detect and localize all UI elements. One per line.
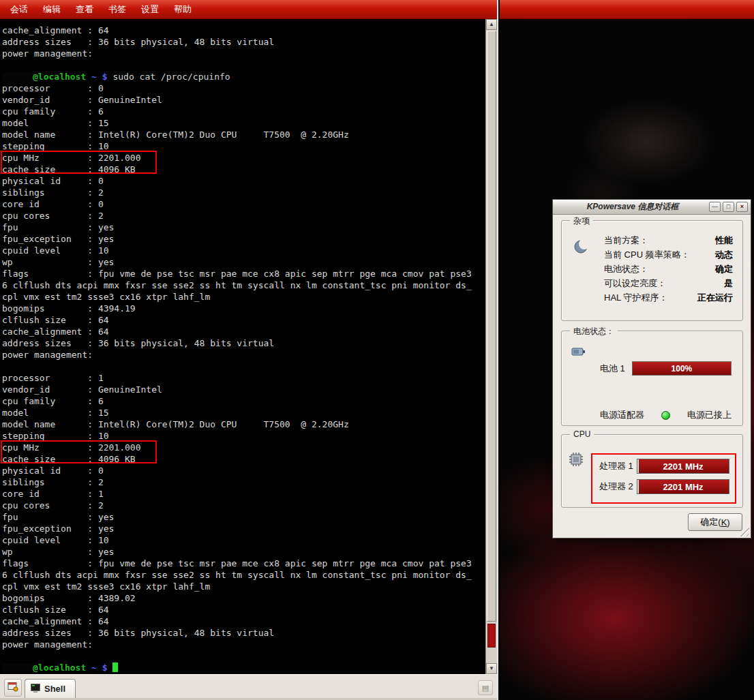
ok-label-end: ) xyxy=(727,517,729,528)
ok-accelerator: K xyxy=(721,517,727,528)
minimize-button[interactable]: — xyxy=(709,202,721,212)
info-row: 当前方案： 性能 xyxy=(604,233,733,247)
close-button[interactable]: × xyxy=(736,202,748,212)
cpu-chip-icon xyxy=(568,451,584,470)
terminal-line: vendor_id : GenuineIntel xyxy=(2,384,483,395)
ok-label: 确定( xyxy=(700,516,721,528)
menu-item[interactable]: 书签 xyxy=(101,0,134,18)
prompt-symbol: ~ $ xyxy=(86,663,112,673)
terminal-output: cache_alignment : 64address sizes : 36 b… xyxy=(2,25,483,673)
terminal-line: power management: xyxy=(2,639,483,650)
battery-progress-bar: 100% xyxy=(632,361,732,376)
background-top-bar xyxy=(500,0,754,19)
terminal-line: cpuid level : 10 xyxy=(2,534,483,546)
sleep-moon-icon xyxy=(573,237,590,258)
terminal-line: cpu cores : 2 xyxy=(2,210,483,222)
terminal-line: address sizes : 36 bits physical, 48 bit… xyxy=(2,627,483,639)
annotation-box-cpu-dialog xyxy=(591,453,736,504)
terminal-line: model name : Intel(R) Core(TM)2 Duo CPU … xyxy=(2,129,483,140)
terminal-line: siblings : 2 xyxy=(2,187,483,198)
tab-shell[interactable]: Shell xyxy=(25,679,76,698)
tab-bar: Shell ▤ xyxy=(0,674,497,700)
terminal-line: processor : 0 xyxy=(2,82,483,94)
battery-label: 电池 1 xyxy=(600,363,625,375)
adapter-status-led xyxy=(661,411,670,420)
terminal-line: cache_alignment : 64 xyxy=(2,326,483,337)
info-row: HAL 守护程序： 正在运行 xyxy=(604,290,733,305)
kpowersave-dialog: KPowersave 信息对话框 — □ × 杂项 当前方案： 性能 当前 CP… xyxy=(552,199,751,538)
scroll-down-button[interactable]: ▼ xyxy=(486,663,497,674)
info-row: 电池状态： 确定 xyxy=(604,262,733,276)
scrollbar-thumb[interactable] xyxy=(487,31,496,622)
new-session-icon xyxy=(7,682,18,695)
maximize-button[interactable]: □ xyxy=(723,202,734,212)
scroll-up-button[interactable]: ▲ xyxy=(486,19,497,30)
menu-bar: 会话编辑查看书签设置帮助 xyxy=(0,0,497,19)
terminal-line: address sizes : 36 bits physical, 48 bit… xyxy=(2,337,483,349)
scrollbar-marker xyxy=(487,624,496,648)
terminal-line: physical id : 0 xyxy=(2,465,483,476)
terminal-screen[interactable]: cache_alignment : 64address sizes : 36 b… xyxy=(0,19,497,674)
dialog-title-bar[interactable]: KPowersave 信息对话框 — □ × xyxy=(553,200,751,215)
terminal-line: cpu family : 6 xyxy=(2,395,483,407)
ok-button[interactable]: 确定(K) xyxy=(688,513,742,531)
censored-username xyxy=(2,664,33,673)
misc-group: 杂项 当前方案： 性能 当前 CPU 频率策略： 动态 电池状态： 确定 可以设… xyxy=(561,220,743,321)
desktop: 会话编辑查看书签设置帮助 cache_alignment : 64address… xyxy=(0,0,754,700)
info-value: 正在运行 xyxy=(697,290,733,305)
terminal-line: fpu_exception : yes xyxy=(2,233,483,245)
terminal-line: cpu family : 6 xyxy=(2,106,483,117)
terminal-line: cache_alignment : 64 xyxy=(2,615,483,627)
battery-row: 电池 1 100% xyxy=(600,361,732,376)
terminal-line: model : 15 xyxy=(2,407,483,419)
info-label: HAL 守护程序： xyxy=(604,290,667,305)
info-value: 性能 xyxy=(715,233,733,247)
terminal-line: model name : Intel(R) Core(TM)2 Duo CPU … xyxy=(2,419,483,430)
new-session-button[interactable] xyxy=(4,679,22,697)
terminal-line xyxy=(2,361,483,372)
terminal-line: cpl vmx est tm2 ssse3 cx16 xtpr lahf_lm xyxy=(2,291,483,303)
terminal-line: address sizes : 36 bits physical, 48 bit… xyxy=(2,36,483,48)
terminal-prompt-line: @localhost ~ $ xyxy=(2,662,483,673)
battery-group: 电池状态： 电池 1 100% 电源适配器 电源已接上 xyxy=(561,331,743,426)
menu-item[interactable]: 会话 xyxy=(3,0,35,18)
menu-item[interactable]: 查看 xyxy=(68,0,101,18)
terminal-line: power management: xyxy=(2,349,483,361)
terminal-line: clflush size : 64 xyxy=(2,314,483,326)
terminal-line: fpu : yes xyxy=(2,511,483,523)
terminal-line: wp : yes xyxy=(2,256,483,268)
terminal-prompt-line: @localhost ~ $ sudo cat /proc/cpuinfo xyxy=(2,71,483,82)
terminal-line: power management: xyxy=(2,48,483,59)
terminal-line: processor : 1 xyxy=(2,372,483,384)
adapter-status: 电源已接上 xyxy=(687,409,732,421)
terminal-line: cpu cores : 2 xyxy=(2,500,483,511)
prompt-host: @localhost xyxy=(33,663,86,673)
terminal-line: bogomips : 4394.19 xyxy=(2,303,483,314)
terminal-line: core id : 0 xyxy=(2,198,483,210)
info-value: 确定 xyxy=(715,262,733,276)
terminal-line: fpu : yes xyxy=(2,222,483,233)
cpu-group-title: CPU xyxy=(570,429,594,439)
info-row: 可以设定亮度： 是 xyxy=(604,276,733,290)
info-value: 是 xyxy=(724,276,733,290)
terminal-icon xyxy=(31,684,40,695)
session-list-button[interactable]: ▤ xyxy=(478,680,493,695)
terminal-line: vendor_id : GenuineIntel xyxy=(2,94,483,106)
info-value: 动态 xyxy=(715,247,733,262)
scrollbar[interactable]: ▲ ▼ xyxy=(485,19,497,674)
menu-item[interactable]: 编辑 xyxy=(35,0,68,18)
censored-username xyxy=(2,73,33,82)
info-label: 当前 CPU 频率策略： xyxy=(604,247,690,262)
menu-item[interactable]: 帮助 xyxy=(166,0,199,18)
info-label: 当前方案： xyxy=(604,233,648,247)
terminal-line: siblings : 2 xyxy=(2,476,483,488)
battery-icon xyxy=(571,344,587,363)
terminal-line: model : 15 xyxy=(2,117,483,129)
terminal-line: clflush size : 64 xyxy=(2,604,483,615)
terminal-line: cpl vmx est tm2 ssse3 cx16 xtpr lahf_lm xyxy=(2,581,483,592)
tab-label: Shell xyxy=(44,684,65,694)
menu-item[interactable]: 设置 xyxy=(134,0,166,18)
terminal-line: flags : fpu vme de pse tsc msr pae mce c… xyxy=(2,268,483,279)
adapter-row: 电源适配器 电源已接上 xyxy=(600,409,732,421)
annotation-box-cpu0-mhz xyxy=(1,151,157,174)
